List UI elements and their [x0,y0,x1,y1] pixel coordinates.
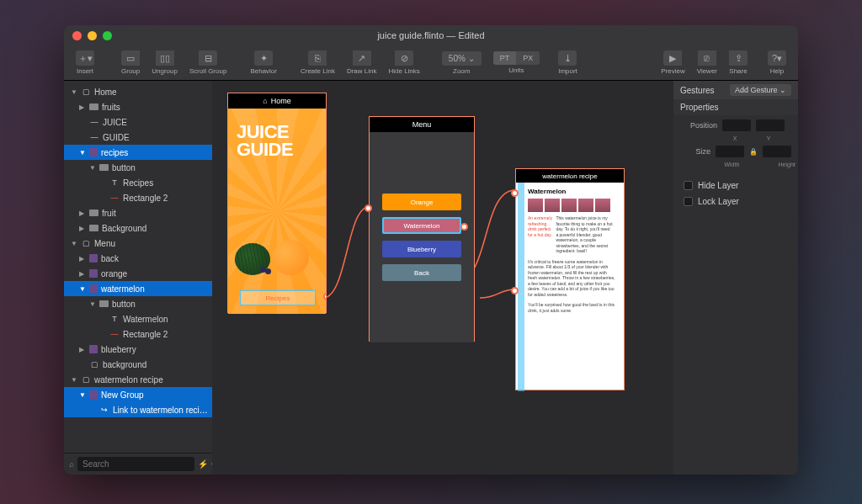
layer-guide[interactable]: —GUIDE [64,130,212,145]
position-y-input[interactable] [756,119,785,131]
orange-image [272,240,309,275]
recipe-thumbnails [528,199,617,212]
properties-header: Properties [673,99,798,115]
lock-layer-checkbox[interactable]: Lock Layer [673,194,798,210]
layer-back[interactable]: ▶back [64,251,212,266]
share-button[interactable]: ⇪Share [724,50,753,75]
layer-link[interactable]: ↪Link to watermelon reci… [64,402,212,417]
layer-tree[interactable]: ▼▢Home ▶fruits —JUICE —GUIDE ▼recipes ▼b… [64,81,212,453]
orange-button[interactable]: Orange [382,194,461,210]
link-node-in[interactable] [511,189,519,197]
home-icon: ⌂ [263,97,267,105]
layer-watermelon-text[interactable]: TWatermelon [64,311,212,326]
create-link-button[interactable]: ⎘Create Link [295,50,340,75]
hide-layer-checkbox[interactable]: Hide Layer [673,178,798,194]
behavior-button[interactable]: ✦Behavior [245,50,282,75]
recipes-button[interactable]: Recipes [240,290,316,305]
layer-recipes-text[interactable]: TRecipes [64,175,212,190]
layer-rectangle2[interactable]: —Rectangle 2 [64,190,212,205]
layer-button2[interactable]: ▼button [64,296,212,311]
filter-icon[interactable]: ⚡ [198,459,208,469]
layer-fruits[interactable]: ▶fruits [64,99,212,114]
window-title: juice guide.flinto — Edited [64,30,798,40]
blueberries-image [260,267,275,277]
layer-background2[interactable]: ▢background [64,357,212,372]
screen-recipe-canvas[interactable]: watermelon recipe Watermelon An extremel… [515,168,625,390]
recipe-p1: This watermelon juice is my favorite thi… [556,215,613,254]
search-input[interactable] [77,457,194,471]
app-window: juice guide.flinto — Edited ＋▾Insert ▭Gr… [64,25,798,475]
layer-recipes[interactable]: ▼recipes [64,145,212,160]
recipe-title: Watermelon [528,188,617,196]
size-height-input[interactable] [763,146,791,157]
scroll-group-button[interactable]: ⊟Scroll Group [184,50,231,75]
canvas[interactable]: ⌂Home JUICEGUIDE Recipes Menu Orange Wat… [212,81,673,475]
inspector-panel: Gestures Add Gesture ⌄ Properties Positi… [673,81,798,475]
screen-menu[interactable]: ▼▢Menu [64,236,212,251]
group-button[interactable]: ▭Group [116,50,145,75]
size-width-input[interactable] [716,146,744,157]
zoom-button[interactable] [103,31,112,40]
screen-home[interactable]: ▼▢Home [64,84,212,99]
draw-link-button[interactable]: ↗Draw Link [342,50,382,75]
layer-new-group[interactable]: ▼New Group [64,387,212,402]
units-control[interactable]: PTPX Units [493,51,540,74]
viewer-button[interactable]: ⎚Viewer [692,50,722,75]
traffic-lights [72,31,112,40]
titlebar: juice guide.flinto — Edited [64,25,798,45]
add-gesture-button[interactable]: Add Gesture ⌄ [730,84,791,96]
layer-button[interactable]: ▼button [64,160,212,175]
recipe-p3: You'll be surprised how good the basil i… [528,302,617,313]
position-x-input[interactable] [722,119,751,131]
preview-button[interactable]: ▶Preview [656,50,689,75]
recipe-p2: It's critical to freeze some watermelon … [528,259,617,298]
recipe-intro: An extremely refreshing drink perfect fo… [528,215,555,237]
layer-blueberry[interactable]: ▶blueberry [64,342,212,357]
layer-juice[interactable]: —JUICE [64,114,212,130]
insert-button[interactable]: ＋▾Insert [71,50,99,75]
link-node[interactable] [323,293,326,300]
layers-sidebar: ▼▢Home ▶fruits —JUICE —GUIDE ▼recipes ▼b… [64,81,212,475]
watermelon-button[interactable]: Watermelon [382,217,461,234]
search-icon: ⌕ [69,459,74,469]
search-bar: ⌕ ⚡ ⟳ [64,453,212,475]
layer-watermelon[interactable]: ▼watermelon [64,281,212,296]
help-button[interactable]: ?▾Help [763,50,791,75]
back-button[interactable]: Back [382,264,461,281]
hide-links-button[interactable]: ⊘Hide Links [383,50,424,75]
layer-rectangle2b[interactable]: —Rectangle 2 [64,326,212,342]
link-node-in[interactable] [511,287,519,294]
layer-orange[interactable]: ▶orange [64,266,212,281]
link-node[interactable] [460,223,468,231]
blueberry-button[interactable]: Blueberry [382,241,461,257]
screen-watermelon-recipe[interactable]: ▼▢watermelon recipe [64,372,212,387]
layer-background[interactable]: ▶Background [64,220,212,236]
screen-home-canvas[interactable]: ⌂Home JUICEGUIDE Recipes [227,93,327,313]
zoom-control[interactable]: 50% ⌄Zoom [442,51,482,75]
toolbar: ＋▾Insert ▭Group ▯▯Ungroup ⊟Scroll Group … [64,45,798,81]
ungroup-button[interactable]: ▯▯Ungroup [146,50,183,75]
link-node-in[interactable] [364,204,372,212]
scroll-indicator [518,183,524,391]
lock-icon[interactable]: 🔒 [749,148,758,156]
import-button[interactable]: ⤓Import [553,50,583,75]
layer-fruit[interactable]: ▶fruit [64,205,212,220]
screen-menu-canvas[interactable]: Menu Orange Watermelon Blueberry Back [369,116,475,342]
close-button[interactable] [72,31,82,40]
minimize-button[interactable] [88,31,97,40]
gestures-header: Gestures Add Gesture ⌄ [673,81,798,99]
